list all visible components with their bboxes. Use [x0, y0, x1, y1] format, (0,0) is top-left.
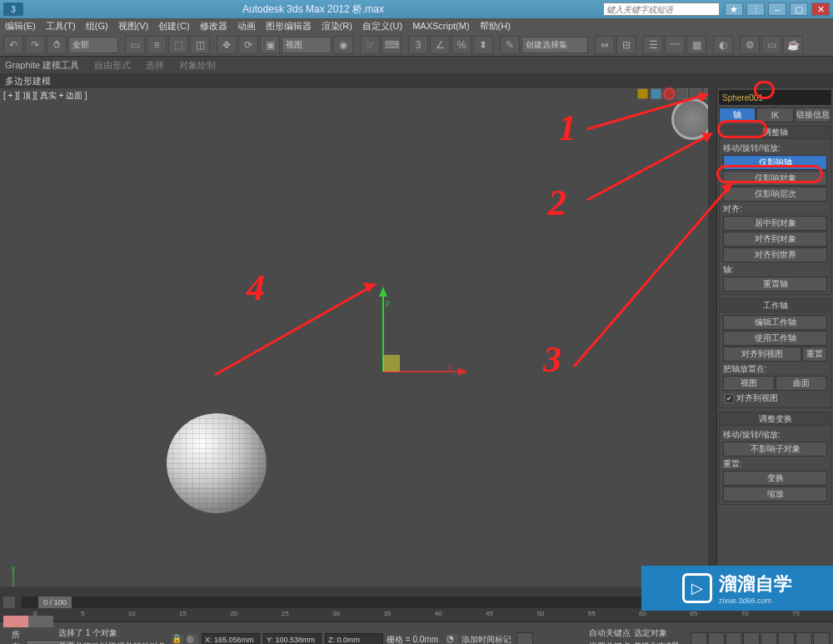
nav-prev-icon[interactable]: [708, 632, 725, 645]
reset-xform-button[interactable]: 变换: [723, 471, 827, 486]
menu-group[interactable]: 组(G): [86, 20, 108, 32]
align-view-button[interactable]: 对齐到视图: [723, 347, 801, 362]
angle-snap-button[interactable]: ∠: [430, 36, 450, 54]
set-key-button[interactable]: 设置关键点: [589, 641, 631, 645]
affect-hierarchy-button[interactable]: 仅影响层次: [723, 187, 827, 202]
editnamed-button[interactable]: ✎: [500, 36, 520, 54]
viewport-label[interactable]: [ + ][ 顶 ][ 真实 + 边面 ]: [3, 90, 87, 102]
app-logo[interactable]: 3: [3, 2, 23, 16]
nav-end-icon[interactable]: [761, 632, 777, 645]
viewport[interactable]: [ + ][ 顶 ][ 真实 + 边面 ] x y x y: [0, 88, 716, 595]
hscroll[interactable]: [0, 587, 716, 595]
named-sel-dropdown[interactable]: 创建选择集: [521, 37, 588, 53]
infocenter-icon[interactable]: ★: [725, 2, 743, 16]
mirror-button[interactable]: ⇔: [595, 36, 615, 54]
isolate-icon[interactable]: ◎: [187, 634, 198, 645]
sphere-object[interactable]: [167, 413, 267, 513]
ribbon-select[interactable]: 选择: [146, 59, 164, 72]
ribbon-sub[interactable]: 多边形建模: [0, 73, 833, 88]
affect-pivot-only-button[interactable]: 仅影响轴: [723, 155, 827, 170]
ik-tab[interactable]: IK: [756, 107, 793, 122]
menu-graph[interactable]: 图形编辑器: [266, 20, 312, 32]
auto-key-button[interactable]: 自动关键点: [589, 627, 631, 639]
reset-wp-button[interactable]: 重置: [802, 347, 827, 362]
nav-play-icon[interactable]: [726, 632, 742, 645]
menu-edit[interactable]: 编辑(E): [5, 20, 36, 32]
menu-maxscript[interactable]: MAXScript(M): [412, 21, 469, 31]
time-ruler[interactable]: 051015202530354045505560657075: [0, 610, 833, 622]
pct-snap-button[interactable]: %: [451, 36, 471, 54]
timeline-lock-icon[interactable]: [3, 597, 15, 608]
menu-help[interactable]: 帮助(H): [480, 20, 511, 32]
playback-buttons[interactable]: [516, 632, 533, 645]
filter-dropdown[interactable]: 全部: [68, 37, 118, 53]
motion-tab-icon[interactable]: [677, 88, 688, 99]
window-cross-button[interactable]: ◫: [190, 36, 210, 54]
select-name-button[interactable]: ≡: [147, 36, 167, 54]
scale-button[interactable]: ▣: [260, 36, 280, 54]
nav-zoom-icon[interactable]: [778, 632, 795, 645]
reset-pivot-button[interactable]: 重置轴: [723, 277, 827, 292]
x-coord[interactable]: X: 165.056mm: [202, 633, 260, 645]
ribbon-graphite[interactable]: Graphite 建模工具: [5, 59, 79, 72]
adjust-pivot-header[interactable]: 调整轴: [720, 126, 831, 139]
create-tab-icon[interactable]: [637, 88, 648, 99]
nav-max-icon[interactable]: [813, 632, 830, 645]
link-tab[interactable]: 链接信息: [795, 107, 831, 122]
align-to-object-button[interactable]: 对齐到对象: [723, 232, 827, 247]
menu-customize[interactable]: 自定义(U): [362, 20, 402, 32]
manip-button[interactable]: ☞: [360, 36, 380, 54]
minimize-button[interactable]: –: [768, 2, 786, 16]
menu-tools[interactable]: 工具(T): [46, 20, 76, 32]
working-pivot-header[interactable]: 工作轴: [720, 299, 831, 312]
nav-next-icon[interactable]: [743, 632, 760, 645]
nav-pan-icon[interactable]: [796, 632, 812, 645]
spinner-snap-button[interactable]: ⬍: [473, 36, 493, 54]
link-button[interactable]: ⥀: [47, 36, 67, 54]
select-button[interactable]: ▭: [125, 36, 145, 54]
vscroll[interactable]: [708, 88, 716, 587]
align-button[interactable]: ⊟: [616, 36, 636, 54]
help-search[interactable]: [603, 2, 720, 16]
timetag-icon[interactable]: ◔: [446, 634, 458, 645]
align-to-world-button[interactable]: 对齐到世界: [723, 247, 827, 262]
ribbon-paint[interactable]: 对象绘制: [179, 59, 216, 72]
snap-button[interactable]: 3: [408, 36, 428, 54]
undo-button[interactable]: ↶: [3, 36, 23, 54]
menu-animation[interactable]: 动画: [237, 20, 256, 32]
render-setup-button[interactable]: ⚙: [740, 36, 760, 54]
material-button[interactable]: ◐: [713, 36, 733, 54]
pivot-button[interactable]: ◉: [333, 36, 353, 54]
add-time-tag[interactable]: 添加时间标记: [461, 634, 511, 645]
lock-icon[interactable]: 🔒: [172, 634, 183, 645]
key-filter-button[interactable]: 关键点过滤器...: [634, 641, 686, 644]
curve-button[interactable]: 〰: [665, 36, 685, 54]
ribbon-freeform[interactable]: 自由形式: [94, 59, 131, 72]
align-check[interactable]: ✔: [725, 394, 734, 403]
menu-render[interactable]: 渲染(R): [322, 20, 352, 32]
object-name-field[interactable]: Sphere001: [719, 90, 831, 105]
rect-select-button[interactable]: ⬚: [168, 36, 188, 54]
y-coord[interactable]: Y: 100.538mm: [263, 633, 322, 645]
hierarchy-tab-icon[interactable]: [664, 88, 675, 99]
z-coord[interactable]: Z: 0.0mm: [325, 633, 383, 645]
sel-key-button[interactable]: 选定对象: [634, 627, 667, 639]
refcoord-dropdown[interactable]: 视图: [282, 37, 332, 53]
menu-create[interactable]: 创建(C): [158, 20, 189, 32]
viewcube[interactable]: [671, 98, 713, 140]
use-wp-button[interactable]: 使用工作轴: [723, 331, 827, 346]
pivot-tab[interactable]: 轴: [719, 107, 756, 122]
nav-start-icon[interactable]: [691, 632, 707, 645]
redo-button[interactable]: ↷: [25, 36, 45, 54]
rotate-button[interactable]: ⟳: [238, 36, 258, 54]
maximize-button[interactable]: ▢: [790, 2, 808, 16]
adjust-xform-header[interactable]: 调整变换: [720, 412, 831, 426]
time-handle[interactable]: 0 / 100: [38, 597, 72, 608]
center-to-object-button[interactable]: 居中到对象: [723, 216, 827, 231]
render-button[interactable]: ☕: [783, 36, 803, 54]
schematic-button[interactable]: ▦: [686, 36, 706, 54]
keymode-button[interactable]: ⌨: [382, 36, 402, 54]
affect-object-only-button[interactable]: 仅影响对象: [723, 171, 827, 186]
dont-affect-button[interactable]: 不影响子对象: [723, 442, 827, 457]
menu-views[interactable]: 视图(V): [118, 20, 149, 32]
